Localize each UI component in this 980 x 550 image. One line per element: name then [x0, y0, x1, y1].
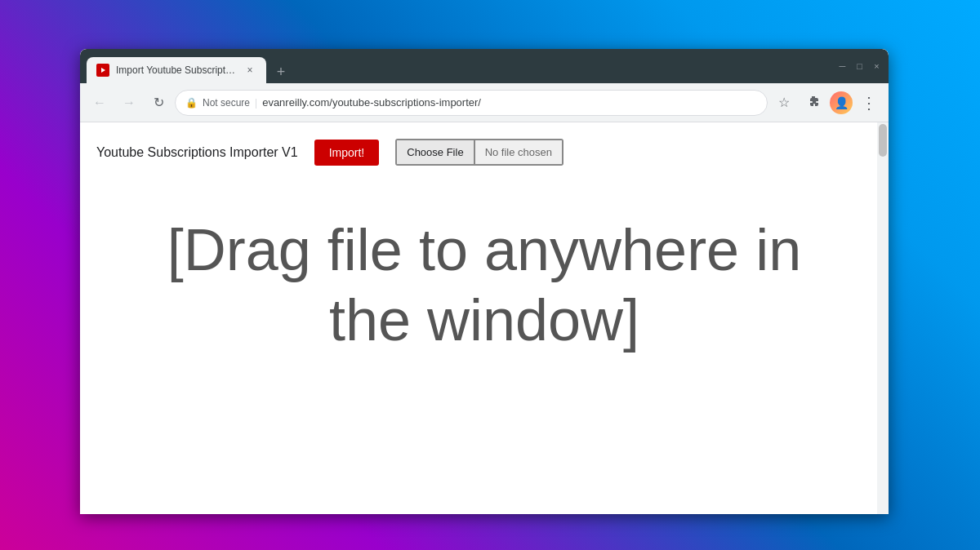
scrollbar-track[interactable] [877, 122, 889, 514]
forward-button[interactable]: → [116, 90, 142, 116]
chrome-menu-button[interactable]: ⋮ [856, 90, 882, 116]
page-content: Youtube Subscriptions Importer V1 Import… [80, 122, 889, 372]
drag-drop-message: [Drag file to anywhere in the window] [96, 215, 872, 356]
not-secure-label: Not secure [203, 97, 250, 109]
address-divider: | [255, 97, 257, 109]
address-url: evanreilly.com/youtube-subscriptions-imp… [262, 96, 481, 109]
tabs-area: Import Youtube Subscriptions × + [87, 49, 837, 83]
lock-icon: 🔒 [185, 97, 198, 109]
bookmark-button[interactable]: ☆ [771, 90, 797, 116]
address-bar-area: ← → ↻ 🔒 Not secure | evanreilly.com/yout… [80, 83, 889, 122]
youtube-icon [97, 66, 109, 74]
tab-title: Import Youtube Subscriptions [116, 64, 237, 76]
tab-close-button[interactable]: × [243, 64, 256, 77]
back-button[interactable]: ← [87, 90, 113, 116]
reload-button[interactable]: ↻ [145, 90, 172, 116]
browser-window: Import Youtube Subscriptions × + ─ □ × ←… [80, 49, 889, 514]
file-input-wrapper: Choose File No file chosen [395, 139, 564, 166]
close-button[interactable]: × [871, 61, 882, 72]
page-title: Youtube Subscriptions Importer V1 [96, 145, 298, 160]
new-tab-button[interactable]: + [270, 60, 292, 83]
extensions-button[interactable] [800, 90, 826, 116]
choose-file-button[interactable]: Choose File [397, 140, 474, 164]
active-tab[interactable]: Import Youtube Subscriptions × [87, 57, 266, 83]
profile-avatar[interactable]: 👤 [830, 91, 853, 114]
tab-favicon [96, 64, 109, 77]
scrollbar-thumb[interactable] [879, 124, 887, 157]
window-controls: ─ □ × [837, 61, 882, 72]
import-button[interactable]: Import! [314, 140, 380, 166]
maximize-button[interactable]: □ [854, 61, 865, 72]
no-file-label: No file chosen [475, 140, 562, 164]
page-header: Youtube Subscriptions Importer V1 Import… [96, 139, 872, 166]
title-bar: Import Youtube Subscriptions × + ─ □ × [80, 49, 889, 83]
minimize-button[interactable]: ─ [837, 61, 848, 72]
address-bar[interactable]: 🔒 Not secure | evanreilly.com/youtube-su… [175, 90, 768, 116]
